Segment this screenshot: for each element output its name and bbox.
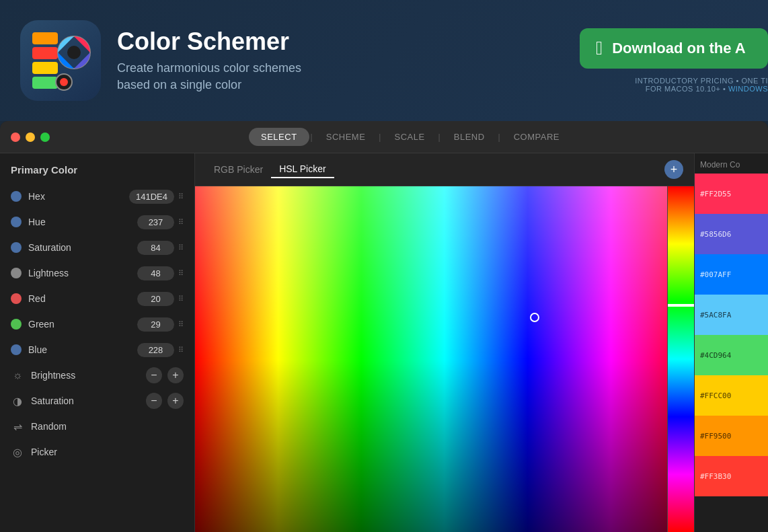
brightness-icon: ☼ <box>11 369 24 382</box>
brightness-increase[interactable]: + <box>167 367 184 383</box>
saturation-action-row: ◑ Saturation − + <box>0 388 194 414</box>
blue-label: Blue <box>28 344 137 355</box>
tab-hsl-picker[interactable]: HSL Picker <box>271 161 334 178</box>
blue-value[interactable]: 228 <box>137 343 174 357</box>
svg-rect-0 <box>32 32 58 44</box>
random-icon: ⇌ <box>11 420 24 433</box>
modern-colors-title: Modern Co <box>695 153 768 174</box>
apple-logo-icon:  <box>596 38 603 59</box>
tab-scheme[interactable]: SCHEME <box>314 128 378 146</box>
blue-dot <box>11 344 22 355</box>
green-drag[interactable]: ⠿ <box>178 320 184 329</box>
saturation-dot <box>11 242 22 253</box>
lightness-dot <box>11 268 22 278</box>
title-bar: SELECT | SCHEME | SCALE | BLEND | COMPAR… <box>0 121 768 153</box>
red-value[interactable]: 20 <box>137 292 174 306</box>
tab-select[interactable]: SELECT <box>249 128 309 146</box>
hue-slider[interactable] <box>667 186 694 532</box>
hex-label: Hex <box>28 191 129 202</box>
red-drag[interactable]: ⠿ <box>178 295 184 303</box>
sidebar: Primary Color Hex 141DE4 ⠿ Hue 237 ⠿ Sat… <box>0 153 195 532</box>
hue-row: Hue 237 ⠿ <box>0 209 194 235</box>
green-value[interactable]: 29 <box>137 317 174 332</box>
swatch-ffcc00[interactable]: #FFCC00 <box>695 375 768 416</box>
add-color-button[interactable]: + <box>664 160 683 179</box>
window-controls <box>11 132 50 142</box>
brightness-label: Brightness <box>31 370 146 381</box>
hue-label: Hue <box>28 217 137 227</box>
saturation-row: Saturation 84 ⠿ <box>0 235 194 260</box>
red-row: Red 20 ⠿ <box>0 286 194 311</box>
color-crosshair <box>530 313 539 322</box>
swatch-ff3b30[interactable]: #FF3B30 <box>695 456 768 496</box>
app-window: SELECT | SCHEME | SCALE | BLEND | COMPAR… <box>0 121 768 532</box>
hex-dot <box>11 191 22 202</box>
tab-blend[interactable]: BLEND <box>442 128 497 146</box>
blue-drag[interactable]: ⠿ <box>178 346 184 354</box>
swatch-ff2d55[interactable]: #FF2D55 <box>695 174 768 214</box>
tab-compare[interactable]: COMPARE <box>502 128 572 146</box>
swatch-007aff[interactable]: #007AFF <box>695 254 768 295</box>
lightness-label: Lightness <box>28 268 137 278</box>
tab-bar: SELECT | SCHEME | SCALE | BLEND | COMPAR… <box>63 128 757 146</box>
swatch-4cd964[interactable]: #4CD964 <box>695 335 768 375</box>
lightness-row: Lightness 48 ⠿ <box>0 260 194 286</box>
svg-point-7 <box>60 78 68 86</box>
picker-tabs: RGB Picker HSL Picker + <box>195 153 694 186</box>
download-label: Download on the A <box>612 40 745 57</box>
tab-rgb-picker[interactable]: RGB Picker <box>206 161 271 178</box>
brightness-decrease[interactable]: − <box>146 367 162 383</box>
brightness-stepper: − + <box>146 367 184 383</box>
saturation-increase[interactable]: + <box>167 393 184 409</box>
green-dot <box>11 319 22 330</box>
green-label: Green <box>28 319 137 330</box>
swatch-5856d6[interactable]: #5856D6 <box>695 214 768 254</box>
saturation-action-label: Saturation <box>31 395 146 406</box>
brightness-row: ☼ Brightness − + <box>0 363 194 388</box>
close-button[interactable] <box>11 132 20 142</box>
lightness-drag[interactable]: ⠿ <box>178 269 184 278</box>
hex-value[interactable]: 141DE4 <box>129 190 174 204</box>
download-button[interactable]:  Download on the A <box>580 28 768 69</box>
lightness-value[interactable]: 48 <box>137 266 174 280</box>
picker-label: Picker <box>31 447 184 457</box>
svg-rect-3 <box>32 77 58 89</box>
main-content: Primary Color Hex 141DE4 ⠿ Hue 237 ⠿ Sat… <box>0 153 768 532</box>
blue-row: Blue 228 ⠿ <box>0 337 194 363</box>
random-row[interactable]: ⇌ Random <box>0 414 194 439</box>
saturation-value[interactable]: 84 <box>137 241 174 255</box>
saturation-label: Saturation <box>28 242 137 253</box>
app-header: Color Schemer Create harmonious color sc… <box>0 0 768 121</box>
saturation-stepper: − + <box>146 393 184 409</box>
svg-point-5 <box>67 46 81 59</box>
hue-value[interactable]: 237 <box>137 215 174 229</box>
app-icon <box>20 20 101 101</box>
saturation-action-icon: ◑ <box>11 394 24 408</box>
hex-drag[interactable]: ⠿ <box>178 192 184 201</box>
picker-row[interactable]: ◎ Picker <box>0 439 194 465</box>
red-dot <box>11 293 22 304</box>
color-gradient[interactable] <box>195 186 694 532</box>
pricing-info: INTRODUCTORY PRICING • ONE TI FOR MACOS … <box>635 77 768 93</box>
svg-rect-2 <box>32 62 58 74</box>
red-label: Red <box>28 293 137 304</box>
modern-colors-panel: Modern Co #FF2D55 #5856D6 #007AFF #5AC8F… <box>694 153 768 532</box>
maximize-button[interactable] <box>40 132 50 142</box>
windows-link[interactable]: WINDOWS <box>728 85 768 93</box>
color-picker-area: RGB Picker HSL Picker + <box>195 153 694 532</box>
green-row: Green 29 ⠿ <box>0 311 194 337</box>
saturation-decrease[interactable]: − <box>146 393 162 409</box>
color-gradient-container[interactable] <box>195 186 694 532</box>
hue-thumb[interactable] <box>668 304 694 307</box>
saturation-drag[interactable]: ⠿ <box>178 243 184 252</box>
tab-scale[interactable]: SCALE <box>382 128 436 146</box>
swatch-5ac8fa[interactable]: #5AC8FA <box>695 295 768 335</box>
random-label: Random <box>31 421 184 432</box>
svg-rect-1 <box>32 47 58 59</box>
swatch-ff9500[interactable]: #FF9500 <box>695 416 768 456</box>
minimize-button[interactable] <box>26 132 35 142</box>
hex-row: Hex 141DE4 ⠿ <box>0 184 194 209</box>
hue-drag[interactable]: ⠿ <box>178 218 184 227</box>
sidebar-title: Primary Color <box>0 164 194 184</box>
picker-icon: ◎ <box>11 445 24 459</box>
